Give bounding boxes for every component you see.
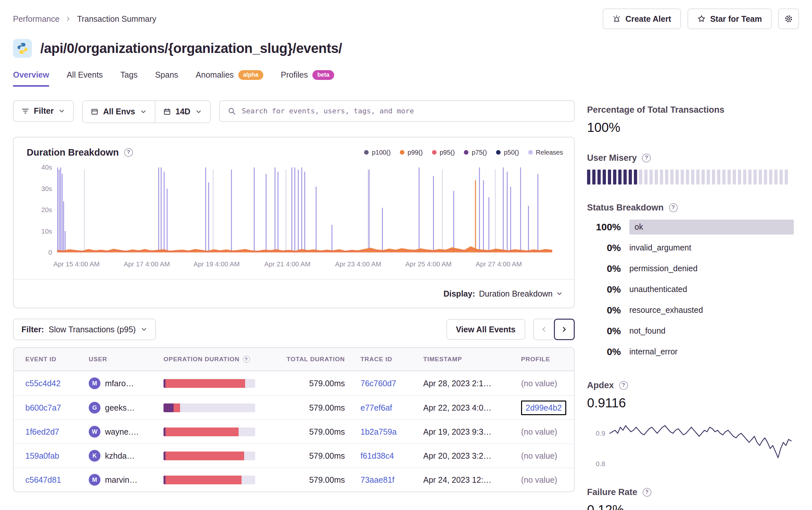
- settings-button[interactable]: [778, 8, 799, 29]
- next-page-button[interactable]: [554, 319, 575, 340]
- legend-item-p99[interactable]: p99(): [400, 149, 423, 156]
- filter-dropdown[interactable]: Filter: [13, 100, 74, 122]
- section-user-misery: User Misery?: [587, 153, 794, 184]
- misery-bar: [634, 170, 637, 184]
- trace-id-link[interactable]: f61d38c4: [360, 451, 394, 460]
- profile-value: (no value): [521, 451, 557, 460]
- tab-overview[interactable]: Overview: [13, 70, 49, 87]
- help-icon[interactable]: ?: [643, 488, 651, 497]
- total-duration-value: 579.00ms: [279, 379, 352, 388]
- legend-label: Releases: [536, 149, 563, 156]
- profile-value: (no value): [521, 475, 557, 484]
- misery-bar: [608, 170, 611, 184]
- help-icon[interactable]: ?: [243, 356, 250, 363]
- user-name: geeks…: [105, 403, 135, 413]
- tab-all-events[interactable]: All Events: [67, 70, 103, 87]
- section-percentage-total: Percentage of Total Transactions 100%: [587, 105, 794, 135]
- total-duration-value: 579.00ms: [279, 403, 352, 413]
- event-id-link[interactable]: c5647d81: [25, 475, 61, 484]
- page-title: /api/0/organizations/{organization_slug}…: [40, 40, 342, 56]
- filter-bar: Filter All Envs 14D: [13, 100, 575, 123]
- event-id-link[interactable]: 1f6ed2d7: [25, 427, 59, 436]
- legend-label: p100(): [372, 149, 391, 156]
- status-label: invalid_argument: [629, 243, 794, 252]
- tab-label: Overview: [13, 70, 49, 80]
- tab-tags[interactable]: Tags: [120, 70, 138, 87]
- window-icon: [91, 108, 98, 116]
- event-id-link[interactable]: b600c7a7: [25, 403, 61, 412]
- date-range-dropdown[interactable]: 14D: [155, 101, 210, 122]
- misery-bar: [639, 170, 642, 184]
- misery-bar: [785, 170, 788, 184]
- profile-value: (no value): [521, 427, 557, 436]
- trace-id-link[interactable]: 1b2a759a: [360, 427, 397, 436]
- svg-text:0.9: 0.9: [596, 429, 605, 437]
- star-for-team-label: Star for Team: [710, 14, 762, 24]
- legend-item-p95[interactable]: p95(): [432, 149, 455, 156]
- legend-item-releases[interactable]: Releases: [528, 149, 563, 156]
- misery-bar: [618, 170, 621, 184]
- status-label: internal_error: [629, 347, 794, 356]
- misery-bar: [748, 170, 752, 184]
- apdex-chart[interactable]: 0.90.8: [587, 413, 794, 473]
- tab-anomalies[interactable]: Anomalies alpha: [196, 70, 263, 87]
- table-header-row: EVENT ID USER OPERATION DURATION? TOTAL …: [13, 348, 574, 371]
- op-bar-red-segment: [166, 452, 244, 460]
- env-date-segmented-control: All Envs 14D: [82, 100, 211, 123]
- chevron-down-icon: [140, 326, 148, 333]
- help-icon[interactable]: ?: [619, 381, 628, 390]
- table-row: 159a0fab Kkzhda… 579.00ms f61d38c4 Apr 2…: [13, 443, 574, 468]
- table-controls-right: View All Events: [446, 319, 575, 340]
- timestamp-value: Apr 28, 2023 2:1…: [415, 379, 515, 388]
- create-alert-label: Create Alert: [626, 14, 671, 24]
- column-header-event-id: EVENT ID: [25, 356, 89, 363]
- tab-profiles[interactable]: Profiles beta: [281, 70, 334, 87]
- operation-duration-bar: [164, 403, 255, 412]
- operation-duration-bar: [164, 379, 255, 388]
- display-dropdown[interactable]: Duration Breakdown: [479, 289, 563, 299]
- user-avatar: M: [89, 378, 100, 389]
- tab-spans[interactable]: Spans: [155, 70, 178, 87]
- events-table: EVENT ID USER OPERATION DURATION? TOTAL …: [13, 347, 575, 492]
- filter-icon: [22, 107, 29, 115]
- status-breakdown-rows: 100% ok 0% invalid_argument 0% permissio…: [587, 217, 794, 362]
- duration-breakdown-chart[interactable]: 010s20s30s40sApr 15 4:00 AMApr 17 4:00 A…: [20, 160, 568, 279]
- user-name: mfaro…: [105, 379, 134, 388]
- breadcrumb-current: Transaction Summary: [77, 14, 156, 24]
- legend-label: p95(): [440, 149, 455, 156]
- search-input[interactable]: [242, 107, 566, 115]
- event-id-link[interactable]: c55c4d42: [25, 379, 60, 388]
- misery-bar: [712, 170, 715, 184]
- chevron-down-icon: [556, 290, 563, 297]
- legend-item-p50[interactable]: p50(): [496, 149, 519, 156]
- previous-page-button[interactable]: [533, 319, 554, 340]
- op-bar-purple-segment: [164, 403, 174, 412]
- event-id-link[interactable]: 159a0fab: [25, 451, 59, 460]
- star-for-team-button[interactable]: Star for Team: [688, 8, 772, 29]
- status-percentage: 0%: [587, 346, 621, 357]
- section-status-breakdown: Status Breakdown? 100% ok 0% invalid_arg…: [587, 203, 794, 362]
- legend-item-p100[interactable]: p100(): [364, 149, 391, 156]
- create-alert-button[interactable]: Create Alert: [603, 8, 681, 29]
- chevron-down-icon: [195, 108, 202, 115]
- trace-id-link[interactable]: 76c760d7: [360, 379, 396, 388]
- profile-link[interactable]: 2d99e4b2: [526, 403, 562, 412]
- help-icon[interactable]: ?: [124, 148, 133, 157]
- view-all-events-button[interactable]: View All Events: [446, 319, 525, 340]
- misery-bar: [587, 170, 590, 184]
- python-project-icon: [13, 39, 32, 58]
- misery-bar: [681, 170, 684, 184]
- svg-text:0.8: 0.8: [596, 460, 605, 467]
- section-title: Status Breakdown: [587, 203, 664, 213]
- environment-dropdown[interactable]: All Envs: [83, 101, 155, 122]
- beta-badge: beta: [312, 70, 334, 80]
- misery-bar: [738, 170, 741, 184]
- breadcrumb-performance-link[interactable]: Performance: [13, 14, 59, 24]
- trace-id-link[interactable]: e77ef6af: [360, 403, 392, 412]
- trace-id-link[interactable]: 73aae81f: [360, 475, 394, 484]
- legend-item-p75[interactable]: p75(): [464, 149, 487, 156]
- transaction-filter-dropdown[interactable]: Filter: Slow Transactions (p95): [13, 319, 156, 340]
- help-icon[interactable]: ?: [669, 203, 678, 212]
- help-icon[interactable]: ?: [642, 154, 651, 162]
- user-avatar: M: [89, 474, 100, 486]
